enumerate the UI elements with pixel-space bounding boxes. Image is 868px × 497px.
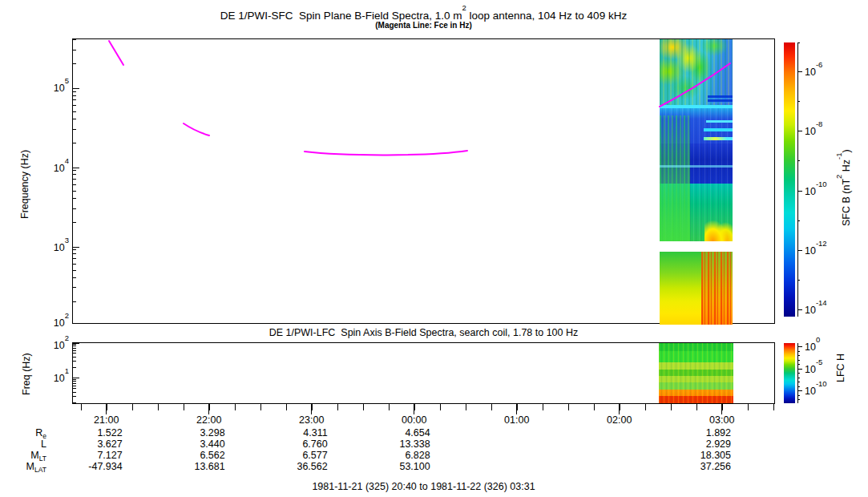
sfc-colorbar: [784, 42, 795, 317]
sfc-colorbar-tick-label-exp: -14: [816, 298, 827, 307]
table-cell: 4.654: [374, 427, 430, 438]
lfc-y-minor-tick: [73, 348, 76, 349]
table-row-label-main: R: [35, 427, 42, 438]
sfc-y-tick-label-base: 10: [54, 83, 65, 94]
sfc-y-minor-tick: [73, 198, 76, 199]
sfc-y-tick-label: 105: [29, 80, 69, 94]
lfc-colorbar-minor-tick: [797, 364, 800, 365]
lfc-colorbar-tick-label: 100: [805, 339, 820, 353]
sfc-colorbar-tick-label-base: 10: [805, 67, 816, 78]
sfc-y-minor-tick: [73, 95, 76, 96]
lfc-y-minor-tick: [73, 383, 76, 384]
sfc-colorbar-tick-label: 10-14: [805, 302, 827, 316]
sfc-colorbar-tick-label-base: 10: [805, 126, 816, 137]
sfc-colorbar-label-sup1: 2: [834, 175, 843, 179]
sfc-y-minor-tick: [73, 170, 76, 171]
sfc-y-tick-label-base: 10: [54, 163, 65, 174]
lfc-colorbar-minor-tick: [797, 395, 800, 396]
table-cell: 36.562: [272, 461, 328, 472]
lfc-colorbar-tick-label: 10-5: [805, 362, 822, 375]
lfc-y-tick-label-exp: 1: [65, 366, 69, 375]
table-cell: 18.305: [675, 450, 731, 461]
sfc-colorbar-tick-label: 10-10: [805, 184, 827, 197]
sfc-colorbar-tick-label-exp: -10: [816, 180, 827, 188]
lfc-y-minor-tick: [73, 357, 76, 358]
fce-line-segment-4: [660, 63, 730, 107]
lfc-y-tick-label: 102: [29, 337, 69, 351]
lfc-y-minor-tick: [73, 345, 76, 346]
sfc-colorbar-label-text: SFC B (nT: [841, 179, 852, 226]
lfc-colorbar: [784, 343, 795, 403]
sfc-y-minor-tick: [73, 99, 76, 100]
sfc-colorbar-minor-tick: [797, 160, 800, 161]
sfc-colorbar-tick-label: 10-12: [805, 243, 827, 257]
sfc-colorbar-minor-tick: [797, 220, 800, 221]
lfc-colorbar-tick-label-exp: -5: [816, 358, 822, 366]
sfc-colorbar-label-text-2: Hz: [841, 160, 852, 175]
sfc-colorbar-major-tick: [797, 71, 802, 72]
lfc-y-minor-tick: [73, 388, 76, 389]
x-hour-tick: [414, 404, 414, 414]
lfc-colorbar-tick-label-base: 10: [805, 386, 816, 397]
sfc-y-minor-tick: [73, 111, 76, 112]
lfc-y-minor-tick: [73, 392, 76, 393]
lfc-colorbar-minor-tick: [797, 373, 800, 374]
time-range-footer: 1981-11-21 (325) 20:40 to 1981-11-22 (32…: [72, 481, 775, 492]
sfc-colorbar-minor-tick: [797, 101, 800, 102]
fce-line-segment-3: [305, 151, 467, 155]
sfc-y-minor-tick: [73, 191, 76, 192]
lfc-y-minor-tick: [73, 367, 76, 368]
table-cell: 1.522: [67, 427, 123, 438]
lfc-y-minor-tick: [73, 353, 76, 354]
x-hour-label: 23:00: [286, 414, 337, 426]
lfc-colorbar-minor-tick: [797, 399, 800, 400]
sfc-y-minor-tick: [73, 222, 76, 223]
lfc-y-minor-tick: [73, 396, 76, 397]
x-hour-tick: [516, 404, 517, 414]
sfc-plot-area: [72, 38, 775, 324]
table-cell: 6.760: [272, 438, 328, 450]
lfc-y-tick-label-exp: 2: [65, 333, 69, 342]
sfc-y-minor-tick: [73, 184, 76, 185]
sfc-colorbar-minor-tick: [797, 280, 800, 281]
x-hour-tick: [106, 404, 107, 414]
lfc-y-minor-tick: [73, 381, 76, 382]
lfc-spectrogram-streak-texture: [659, 343, 733, 403]
spectrogram-page: DE 1/PWI-SFC Spin Plane B-Field Spectra,…: [0, 0, 868, 497]
lfc-colorbar-minor-tick: [797, 351, 800, 352]
table-row-label: MLT: [0, 450, 46, 461]
sfc-y-minor-tick: [73, 301, 76, 302]
sfc-y-tick-label-exp: 3: [65, 236, 69, 244]
lfc-y-tick-label: 101: [29, 370, 69, 384]
sfc-y-major-tick: [73, 168, 79, 168]
sfc-y-tick-label-exp: 5: [65, 76, 69, 85]
table-row-label: L: [0, 438, 46, 450]
lfc-plot-area: [72, 342, 775, 404]
sfc-colorbar-major-tick: [797, 309, 802, 310]
fce-line-overlay: [73, 39, 774, 323]
table-row-label-sub: LAT: [34, 466, 46, 474]
lfc-colorbar-major-tick: [797, 369, 802, 370]
table-cell: 6.562: [169, 450, 225, 461]
x-axis-minor-ticks: [81, 404, 774, 410]
x-hour-label: 01:00: [491, 414, 543, 426]
table-cell: 53.100: [374, 461, 430, 472]
sfc-colorbar-major-tick: [797, 131, 802, 131]
sfc-colorbar-tick-label-exp: -8: [816, 119, 822, 128]
sfc-colorbar-major-tick: [797, 191, 802, 192]
sfc-y-minor-tick: [73, 63, 76, 64]
lfc-y-minor-tick: [73, 402, 76, 403]
sfc-y-major-tick: [73, 247, 79, 248]
lfc-y-minor-tick: [73, 379, 76, 380]
lfc-y-minor-tick: [73, 361, 76, 362]
sfc-y-minor-tick: [73, 91, 76, 92]
lfc-y-tick-label-base: 10: [54, 373, 65, 384]
table-row-label-main: L: [41, 438, 46, 450]
table-cell: 6.828: [374, 450, 430, 461]
table-cell: 3.298: [169, 427, 225, 438]
sfc-y-tick-label-base: 10: [54, 317, 65, 329]
lfc-colorbar-tick-label-exp: 0: [816, 335, 820, 344]
sfc-title-text: DE 1/PWI-SFC Spin Plane B-Field Spectra,…: [220, 10, 462, 22]
sfc-colorbar-tick-label: 10-8: [805, 123, 822, 137]
table-cell: 13.681: [169, 461, 225, 472]
